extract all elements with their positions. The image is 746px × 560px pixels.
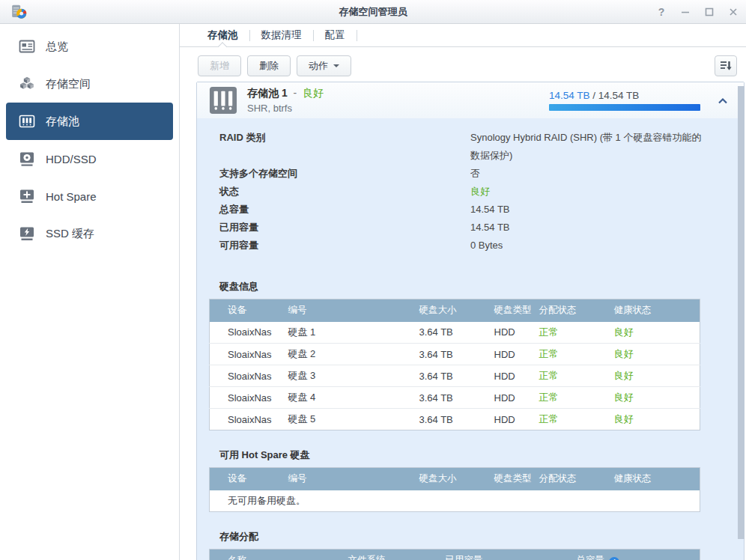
tab-configuration[interactable]: 配置 bbox=[315, 24, 355, 46]
table-cell: HDD bbox=[494, 387, 539, 409]
detail-label: 已用容量 bbox=[219, 219, 470, 237]
close-button[interactable] bbox=[728, 7, 739, 17]
pool-name: 存储池 1 bbox=[247, 87, 288, 99]
disk-info-section: 硬盘信息 设备 编号 硬盘大小 硬盘类型 分配状态 健康状态 bbox=[209, 280, 700, 430]
storage-volume-cubes-icon bbox=[18, 75, 36, 93]
tab-storage-pool[interactable]: 存储池 bbox=[198, 24, 248, 46]
column-header[interactable]: 名称 bbox=[210, 550, 348, 560]
storage-pool-panel-header[interactable]: 存储池 1 - 良好 SHR, btrfs 14.54 TB / 14.54 T… bbox=[197, 82, 744, 118]
table-cell: 良好 bbox=[614, 322, 700, 344]
table-cell: 3.64 TB bbox=[419, 322, 494, 344]
column-header[interactable]: 总容量i bbox=[577, 550, 700, 560]
table-row[interactable]: SloaixNas硬盘 23.64 TBHDD正常良好 bbox=[210, 344, 700, 365]
detail-row: 已用容量 14.54 TB bbox=[219, 219, 744, 237]
action-dropdown-button[interactable]: 动作 bbox=[297, 55, 351, 76]
usage-separator: / bbox=[590, 90, 598, 101]
table-cell: SloaixNas bbox=[210, 322, 288, 344]
column-header[interactable]: 设备 bbox=[210, 468, 288, 490]
table-cell: 3.64 TB bbox=[419, 409, 494, 430]
sidebar: 总览 存储空间 bbox=[0, 24, 180, 560]
sidebar-item-hot-spare[interactable]: Hot Spare bbox=[6, 177, 173, 215]
column-header[interactable]: 硬盘大小 bbox=[419, 468, 494, 490]
pool-details: RAID 类别 Synology Hybrid RAID (SHR) (带 1 … bbox=[197, 126, 744, 262]
column-header[interactable]: 健康状态 bbox=[614, 299, 700, 322]
table-cell: HDD bbox=[494, 365, 539, 387]
storage-pool-panel-body: RAID 类别 Synology Hybrid RAID (SHR) (带 1 … bbox=[197, 118, 744, 560]
column-header[interactable]: 编号 bbox=[288, 468, 419, 490]
sidebar-item-label: SSD 缓存 bbox=[46, 227, 94, 241]
tab-bar: 存储池 数据清理 配置 bbox=[180, 24, 746, 47]
detail-label: 状态 bbox=[219, 183, 470, 201]
maximize-button[interactable] bbox=[704, 7, 715, 17]
sidebar-item-ssd-cache[interactable]: SSD 缓存 bbox=[6, 215, 173, 252]
table-cell: 良好 bbox=[614, 365, 700, 387]
allocation-table: 名称 文件系统 已用容量 总容量i 存储空间 1Btrfs4.57 GB13.9… bbox=[209, 549, 700, 560]
table-cell: HDD bbox=[494, 409, 539, 430]
disk-info-title: 硬盘信息 bbox=[219, 280, 700, 293]
detail-row: RAID 类别 Synology Hybrid RAID (SHR) (带 1 … bbox=[219, 129, 744, 165]
column-header[interactable]: 编号 bbox=[288, 299, 419, 322]
storage-pool-bays-icon bbox=[209, 86, 237, 115]
column-header[interactable]: 分配状态 bbox=[539, 468, 614, 490]
empty-row: 无可用备用硬盘。 bbox=[210, 490, 700, 512]
hot-spare-section: 可用 Hot Spare 硬盘 设备 编号 硬盘大小 硬盘类型 分配状态 健康状… bbox=[209, 448, 700, 512]
table-row[interactable]: SloaixNas硬盘 43.64 TBHDD正常良好 bbox=[210, 387, 700, 409]
column-header[interactable]: 硬盘类型 bbox=[494, 299, 539, 322]
table-header-row: 设备 编号 硬盘大小 硬盘类型 分配状态 健康状态 bbox=[210, 299, 700, 322]
table-row[interactable]: SloaixNas硬盘 33.64 TBHDD正常良好 bbox=[210, 365, 700, 387]
column-header[interactable]: 硬盘类型 bbox=[494, 468, 539, 490]
help-button[interactable]: ? bbox=[656, 7, 667, 17]
scrollbar-thumb[interactable] bbox=[738, 86, 745, 539]
sidebar-item-storage-pool[interactable]: 存储池 bbox=[6, 103, 173, 140]
scrollbar[interactable] bbox=[738, 82, 745, 560]
sidebar-item-hdd-ssd[interactable]: HDD/SSD bbox=[6, 140, 173, 177]
table-row[interactable]: SloaixNas硬盘 13.64 TBHDD正常良好 bbox=[210, 322, 700, 344]
sidebar-item-label: Hot Spare bbox=[46, 190, 97, 203]
collapse-chevron-up-icon[interactable] bbox=[717, 95, 729, 107]
table-cell: 硬盘 4 bbox=[288, 387, 419, 409]
usage-bar bbox=[549, 104, 700, 111]
pool-health-status: 良好 bbox=[303, 87, 324, 99]
table-cell: 正常 bbox=[539, 387, 614, 409]
table-header-row: 名称 文件系统 已用容量 总容量i bbox=[210, 550, 700, 560]
sidebar-item-label: 存储空间 bbox=[46, 77, 91, 91]
pool-usage: 14.54 TB / 14.54 TB bbox=[549, 90, 700, 111]
sort-order-button[interactable] bbox=[715, 55, 737, 76]
sidebar-item-storage-volume[interactable]: 存储空间 bbox=[6, 65, 173, 103]
disk-info-table: 设备 编号 硬盘大小 硬盘类型 分配状态 健康状态 SloaixNas硬盘 13… bbox=[209, 299, 700, 430]
sidebar-item-overview[interactable]: 总览 bbox=[6, 28, 173, 65]
pool-title-row: 存储池 1 - 良好 bbox=[247, 87, 324, 100]
tab-data-scrubbing[interactable]: 数据清理 bbox=[252, 24, 312, 46]
table-cell: 正常 bbox=[539, 409, 614, 430]
column-header[interactable]: 已用容量 bbox=[446, 550, 577, 560]
column-header[interactable]: 分配状态 bbox=[539, 299, 614, 322]
table-row[interactable]: SloaixNas硬盘 53.64 TBHDD正常良好 bbox=[210, 409, 700, 430]
delete-button[interactable]: 删除 bbox=[247, 55, 291, 76]
table-cell: 硬盘 2 bbox=[288, 344, 419, 365]
detail-label: 总容量 bbox=[219, 201, 470, 219]
pool-title-dash: - bbox=[294, 87, 297, 99]
sidebar-item-label: 总览 bbox=[46, 40, 68, 54]
detail-row: 支持多个存储空间 否 bbox=[219, 165, 744, 183]
usage-bar-fill bbox=[549, 104, 700, 111]
action-button-label: 动作 bbox=[309, 59, 328, 73]
column-header[interactable]: 健康状态 bbox=[614, 468, 700, 490]
sort-descending-icon bbox=[718, 58, 733, 73]
table-cell: SloaixNas bbox=[210, 409, 288, 430]
window-title: 存储空间管理员 bbox=[0, 5, 746, 19]
column-header[interactable]: 文件系统 bbox=[348, 550, 446, 560]
info-icon[interactable]: i bbox=[609, 557, 619, 560]
sidebar-item-label: HDD/SSD bbox=[46, 153, 97, 165]
minimize-button[interactable] bbox=[680, 7, 691, 17]
tab-separator bbox=[357, 30, 357, 41]
pool-total-capacity: 14.54 TB bbox=[598, 90, 640, 101]
title-bar: 存储空间管理员 ? bbox=[0, 0, 746, 24]
column-header[interactable]: 设备 bbox=[210, 299, 288, 322]
table-header-row: 设备 编号 硬盘大小 硬盘类型 分配状态 健康状态 bbox=[210, 468, 700, 490]
screen: { "window": { "title": "存储空间管理员" }, "sid… bbox=[0, 0, 746, 560]
tab-label: 存储池 bbox=[207, 28, 238, 42]
table-cell: 良好 bbox=[614, 344, 700, 365]
pool-used-capacity-link[interactable]: 14.54 TB bbox=[549, 90, 590, 101]
column-header[interactable]: 硬盘大小 bbox=[419, 299, 494, 322]
add-button: 新增 bbox=[198, 55, 241, 76]
